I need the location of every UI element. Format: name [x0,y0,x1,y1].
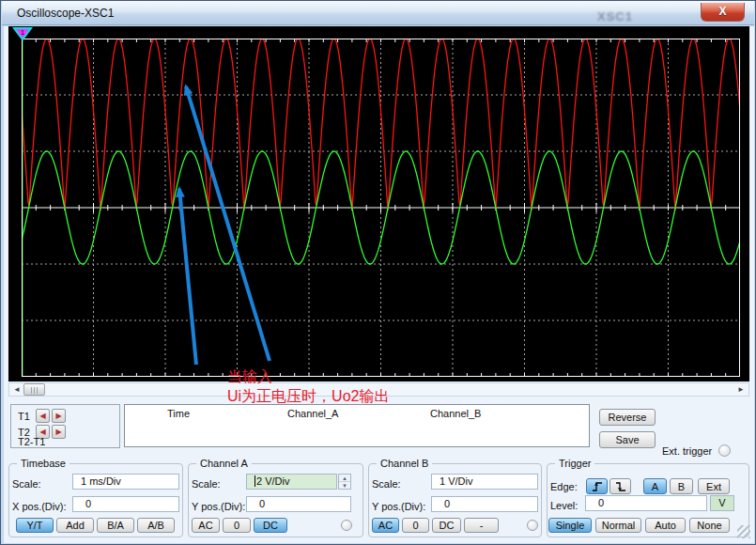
svg-text:1: 1 [21,29,24,36]
trigger-level-label: Level: [550,500,578,511]
trigger-normal-button[interactable]: Normal [595,518,641,533]
timebase-scale-label: Scale: [12,478,41,490]
scroll-right-icon[interactable]: ► [735,384,747,396]
channel-b-title: Channel B [377,458,432,469]
cursor-panel: T1 ◀ ▶ T2 ◀ ▶ T2-T1 [10,404,120,448]
rising-edge-icon [591,480,604,493]
resize-grip[interactable] [737,525,750,538]
channel-a-scale-label: Scale: [192,478,221,490]
trigger-rising-edge-button[interactable] [586,478,608,494]
background-watermark: XSC1 [597,9,633,23]
channel-b-ypos-label: Y pos.(Div): [372,501,425,512]
title-bar[interactable]: Oscilloscope-XSC1 XSC1 X [2,1,754,25]
trigger-falling-edge-button[interactable] [609,478,631,494]
reverse-button[interactable]: Reverse [599,409,656,426]
channel-b-probe-indicator [527,520,538,531]
falling-edge-icon [614,480,627,493]
readout-table: Time Channel_A Channel_B [124,404,590,447]
cursor-t1-label: T1 [18,411,30,422]
close-button[interactable]: X [701,3,745,22]
spinner-down-icon[interactable]: ▼ [339,482,350,490]
trigger-title: Trigger [555,458,594,469]
trigger-edge-label: Edge: [550,481,578,492]
ext-trigger-indicator [718,444,731,457]
channel-a-scale-field[interactable]: 2 V/Div [246,474,337,490]
channel-b-ypos-field[interactable]: 0 [431,496,538,512]
scope-display [22,39,740,377]
window-title: Oscilloscope-XSC1 [17,7,114,20]
channel-b-dc-button[interactable]: DC [432,518,461,533]
oscilloscope-window: Oscilloscope-XSC1 XSC1 X 1 当输入 Ui为正电压时，U… [0,0,756,545]
timebase-title: Timebase [17,458,69,469]
channel-b-minus-button[interactable]: - [464,518,499,533]
trigger-level-field[interactable]: 0 [585,495,707,511]
channel-a-ac-button[interactable]: AC [192,518,220,533]
readout-header-channel-b: Channel_B [430,408,481,419]
cursor1-handle[interactable]: 1 [12,27,33,40]
channel-a-title: Channel A [196,458,252,469]
timebase-scale-field[interactable]: 1 ms/Div [72,474,179,490]
t1-left-button[interactable]: ◀ [36,409,50,423]
cursor-t2-t1-label: T2-T1 [18,436,45,447]
readout-header-time: Time [167,408,190,419]
channel-a-ypos-label: Y pos.(Div): [192,501,245,512]
channel-a-ypos-field[interactable]: 0 [246,496,351,512]
trigger-level-unit-select[interactable]: V [710,495,734,511]
channel-a-dc-button[interactable]: DC [254,518,287,533]
annotation-text-line1: 当输入 [227,367,272,387]
channel-a-scale-spinner[interactable]: ▲ ▼ [338,474,351,490]
trigger-source-ext-button[interactable]: Ext [698,478,730,494]
spinner-up-icon[interactable]: ▲ [339,475,350,482]
timebase-ba-button[interactable]: B/A [97,518,134,533]
channel-b-scale-label: Scale: [372,478,401,490]
channel-a-probe-indicator [341,520,352,531]
save-button[interactable]: Save [599,431,656,448]
timebase-yt-button[interactable]: Y/T [16,518,54,533]
t1-right-button[interactable]: ▶ [52,409,66,423]
timebase-add-button[interactable]: Add [56,518,94,533]
t2-right-button[interactable]: ▶ [52,425,66,439]
trigger-none-button[interactable]: None [689,518,730,533]
scroll-left-icon[interactable]: ◄ [11,384,23,396]
channel-b-zero-button[interactable]: 0 [402,518,429,533]
trigger-auto-button[interactable]: Auto [645,518,686,533]
timebase-ab-button[interactable]: A/B [137,518,175,533]
channel-b-scale-field[interactable]: 1 V/Div [431,474,538,490]
channel-b-ac-button[interactable]: AC [372,518,399,533]
annotation-text-line2: Ui为正电压时，Uo2输出 [227,387,389,407]
readout-header-channel-a: Channel_A [287,408,338,419]
trigger-single-button[interactable]: Single [548,518,592,533]
timebase-xpos-label: X pos.(Div): [12,501,66,512]
trigger-source-a-button[interactable]: A [643,478,667,494]
channel-a-zero-button[interactable]: 0 [223,518,251,533]
scrollbar-thumb[interactable] [23,383,45,396]
trigger-source-b-button[interactable]: B [670,478,693,494]
timebase-xpos-field[interactable]: 0 [72,496,179,512]
ext-trigger-label: Ext. trigger [662,445,712,457]
